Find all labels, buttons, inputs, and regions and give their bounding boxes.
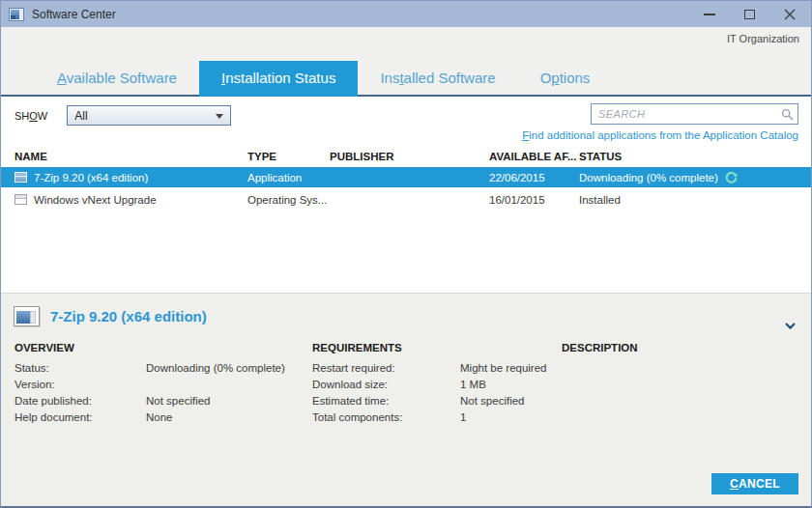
list-area: SHOW All Find additional applications fr… [1, 97, 811, 293]
overview-heading: OVERVIEW [14, 342, 312, 357]
requirements-label: Estimated time: [312, 395, 460, 407]
overview-value [146, 379, 312, 390]
tab-installed-software[interactable]: Installed Software [358, 61, 517, 95]
app-window-icon [9, 8, 24, 21]
window-controls [704, 9, 803, 20]
column-header-name[interactable]: NAME [14, 151, 247, 162]
operating-system-file-icon [14, 194, 27, 205]
tab-bar: Available Software Installation Status I… [1, 61, 811, 97]
row-available-date: 22/06/2015 [489, 172, 579, 183]
search-icon[interactable] [781, 108, 794, 121]
detail-grid: OVERVIEW REQUIREMENTS DESCRIPTION Status… [14, 342, 801, 423]
search-box [591, 103, 798, 125]
application-catalog-link[interactable]: Find additional applications from the Ap… [522, 129, 798, 141]
column-header-status[interactable]: STATUS [579, 151, 811, 162]
requirements-label: Total components: [312, 411, 460, 423]
detail-header: 7-Zip 9.20 (x64 edition) [14, 306, 207, 326]
overview-value: Not specified [146, 395, 312, 407]
collapse-panel-chevron-icon[interactable] [785, 316, 796, 333]
window-title: Software Center [32, 8, 116, 21]
requirements-label: Download size: [312, 379, 460, 390]
show-filter-group: SHOW All [14, 105, 231, 126]
close-icon[interactable] [784, 9, 796, 20]
row-type: Application [247, 172, 330, 183]
overview-label: Status: [14, 362, 146, 374]
header: IT Organization Available Software Insta… [1, 27, 811, 97]
overview-label: Version: [14, 379, 146, 390]
column-header-available[interactable]: AVAILABLE AF... [489, 151, 579, 162]
show-filter-dropdown[interactable]: All [67, 105, 231, 126]
search-input[interactable] [592, 108, 781, 120]
tab-available-software[interactable]: Available Software [35, 61, 199, 95]
software-center-window: Software Center IT Organization Availabl… [0, 0, 812, 508]
row-status: Downloading (0% complete) [579, 172, 718, 183]
description-text [562, 362, 801, 423]
application-file-icon [14, 172, 27, 183]
downloading-spinner-icon [725, 171, 738, 183]
requirements-value: Not specified [460, 395, 562, 407]
minimize-icon[interactable] [704, 14, 715, 15]
detail-panel: 7-Zip 9.20 (x64 edition) OVERVIEW REQUIR… [1, 293, 811, 506]
application-detail-icon [14, 306, 40, 326]
table-row[interactable]: 7-Zip 9.20 (x64 edition) Application 22/… [1, 167, 811, 187]
requirements-value: 1 [460, 411, 562, 423]
tab-installation-status[interactable]: Installation Status [199, 61, 358, 95]
tab-options[interactable]: Options [518, 61, 613, 95]
table-row[interactable]: Windows vNext Upgrade Operating Sys... 1… [1, 189, 811, 210]
row-name: Windows vNext Upgrade [34, 194, 157, 206]
maximize-icon[interactable] [744, 10, 755, 19]
overview-label: Help document: [14, 411, 146, 423]
row-type: Operating Sys... [247, 194, 330, 206]
cancel-button[interactable]: CANCEL [711, 473, 798, 494]
title-bar: Software Center [1, 1, 811, 27]
row-name: 7-Zip 9.20 (x64 edition) [34, 172, 148, 183]
row-available-date: 16/01/2015 [489, 194, 579, 206]
column-header-publisher[interactable]: PUBLISHER [330, 151, 489, 162]
requirements-heading: REQUIREMENTS [312, 342, 562, 357]
table-header: NAME TYPE PUBLISHER AVAILABLE AF... STAT… [1, 151, 811, 162]
row-status: Installed [579, 194, 811, 206]
requirements-value: Might be required [460, 362, 562, 374]
requirements-label: Restart required: [312, 362, 460, 374]
description-heading: DESCRIPTION [562, 342, 801, 357]
overview-label: Date published: [14, 395, 146, 407]
overview-value: None [146, 411, 312, 423]
detail-title: 7-Zip 9.20 (x64 edition) [50, 308, 207, 325]
column-header-type[interactable]: TYPE [247, 151, 330, 162]
requirements-value: 1 MB [460, 379, 562, 390]
dropdown-arrow-icon [216, 114, 223, 119]
show-filter-value: All [74, 109, 87, 123]
show-label: SHOW [14, 110, 47, 122]
overview-value: Downloading (0% complete) [146, 362, 312, 374]
organization-label: IT Organization [727, 33, 799, 44]
